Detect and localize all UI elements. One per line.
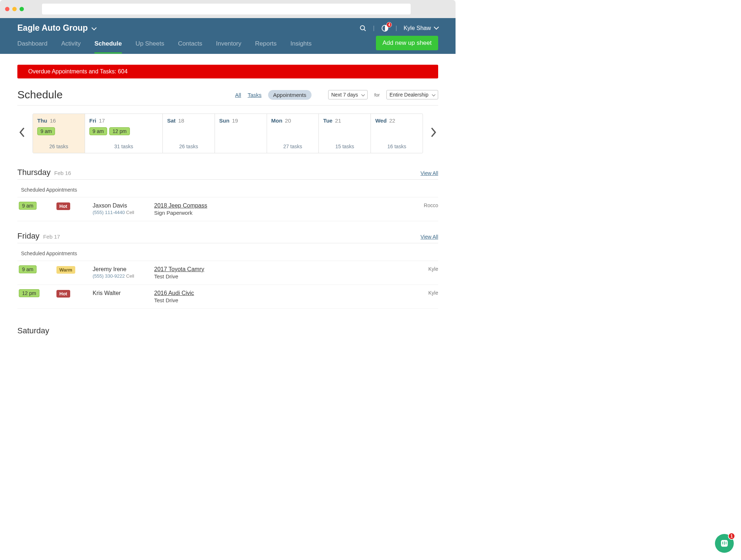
nav-inventory[interactable]: Inventory <box>216 37 241 54</box>
vehicle-link[interactable]: 2017 Toyota Camry <box>154 266 204 272</box>
view-all-link[interactable]: View All <box>420 170 438 176</box>
for-label: for <box>374 92 380 98</box>
overdue-banner[interactable]: Overdue Appointments and Tasks: 604 <box>17 65 438 78</box>
day-task-count <box>219 146 262 149</box>
week-prev-button[interactable] <box>17 127 27 140</box>
day-header: Mon 20 <box>271 117 314 124</box>
overdue-label: Overdue Appointments and Tasks: <box>28 68 116 74</box>
maximize-icon[interactable] <box>20 7 24 11</box>
customer-name: Jaxson Davis <box>93 202 147 209</box>
day-column[interactable]: Wed 2216 tasks <box>371 114 423 153</box>
svg-line-1 <box>364 29 365 31</box>
rep-name: Kyle <box>416 266 438 272</box>
add-up-sheet-button[interactable]: Add new up sheet <box>376 36 438 50</box>
scope-select[interactable]: Entire Dealership <box>386 90 438 99</box>
overdue-count: 604 <box>118 68 128 74</box>
week-navigator: Thu 169 am26 tasksFri 179 am12 pm31 task… <box>17 114 438 153</box>
heat-badge: Warm <box>56 266 75 274</box>
appointment-type: Sign Paperwork <box>154 210 409 216</box>
day-section: FridayFeb 17View AllScheduled Appointmen… <box>17 231 438 309</box>
view-all-link[interactable]: View All <box>420 234 438 240</box>
nav-contacts[interactable]: Contacts <box>178 37 202 54</box>
app-header: Eagle Auto Group | 4 | Kyle Shaw Dashboa… <box>0 18 456 54</box>
day-header: Sat 18 <box>167 117 210 124</box>
heat-badge: Hot <box>56 202 70 210</box>
main-content: Overdue Appointments and Tasks: 604 Sche… <box>0 54 456 346</box>
day-time-pills: 9 am12 pm <box>89 127 158 135</box>
search-icon[interactable] <box>359 25 367 32</box>
browser-chrome <box>0 0 456 18</box>
separator: | <box>395 25 397 31</box>
notification-badge: 4 <box>386 22 392 27</box>
appt-time-pill: 9 am <box>19 202 37 210</box>
day-task-count: 15 tasks <box>323 141 366 149</box>
day-column[interactable]: Sat 1826 tasks <box>163 114 215 153</box>
time-pill[interactable]: 9 am <box>89 127 107 135</box>
appointment-type: Test Drive <box>154 273 409 279</box>
customer-phone: (555) 330-9222 Cell <box>93 273 147 279</box>
customer-name: Jeremy Irene <box>93 266 147 273</box>
day-task-count: 27 tasks <box>271 141 314 149</box>
section-subheading: Scheduled Appointments <box>17 243 438 261</box>
nav-up-sheets[interactable]: Up Sheets <box>136 37 164 54</box>
appointment-row[interactable]: 9 amWarmJeremy Irene(555) 330-9222 Cell2… <box>17 261 438 285</box>
dealer-switcher[interactable]: Eagle Auto Group <box>17 23 96 33</box>
day-column[interactable]: Sun 19 <box>215 114 267 153</box>
url-bar[interactable] <box>42 4 411 14</box>
day-column[interactable]: Fri 179 am12 pm31 tasks <box>85 114 163 153</box>
page-header: Schedule All Tasks Appointments Next 7 d… <box>17 87 438 106</box>
day-section: ThursdayFeb 16View AllScheduled Appointm… <box>17 168 438 221</box>
day-date: Feb 17 <box>43 234 60 240</box>
day-header: Wed 22 <box>375 117 418 124</box>
main-nav: DashboardActivityScheduleUp SheetsContac… <box>17 37 312 54</box>
day-time-pills: 9 am <box>37 127 80 135</box>
day-name: Thursday <box>17 168 51 177</box>
day-column[interactable]: Tue 2115 tasks <box>319 114 371 153</box>
nav-dashboard[interactable]: Dashboard <box>17 37 47 54</box>
filter-tasks[interactable]: Tasks <box>247 92 261 98</box>
week-strip: Thu 169 am26 tasksFri 179 am12 pm31 task… <box>33 114 423 153</box>
appointment-row[interactable]: 9 amHotJaxson Davis(555) 111-4440 Cell20… <box>17 197 438 221</box>
vehicle-link[interactable]: 2016 Audi Civic <box>154 290 194 296</box>
day-date: Feb 16 <box>54 170 71 176</box>
day-task-count: 16 tasks <box>375 141 418 149</box>
day-task-count: 26 tasks <box>167 141 210 149</box>
dealer-name: Eagle Auto Group <box>17 23 88 33</box>
user-menu[interactable]: Kyle Shaw <box>403 25 438 31</box>
appt-time-pill: 9 am <box>19 265 37 273</box>
next-day-heading: Saturday <box>17 319 438 335</box>
day-name: Friday <box>17 231 39 241</box>
nav-insights[interactable]: Insights <box>291 37 312 54</box>
rep-name: Kyle <box>416 290 438 296</box>
customer-phone: (555) 111-4440 Cell <box>93 210 147 215</box>
time-pill[interactable]: 9 am <box>37 127 55 135</box>
day-header: Sun 19 <box>219 117 262 124</box>
appt-time-pill: 12 pm <box>19 289 39 297</box>
nav-schedule[interactable]: Schedule <box>94 37 122 54</box>
svg-point-0 <box>360 25 365 30</box>
time-pill[interactable]: 12 pm <box>109 127 130 135</box>
day-section-header: FridayFeb 17View All <box>17 231 438 243</box>
separator: | <box>373 25 374 31</box>
user-name-label: Kyle Shaw <box>403 25 431 31</box>
notifications-icon[interactable]: 4 <box>381 24 389 32</box>
section-subheading: Scheduled Appointments <box>17 180 438 197</box>
vehicle-link[interactable]: 2018 Jeep Compass <box>154 202 207 209</box>
range-select[interactable]: Next 7 days <box>328 90 368 99</box>
filter-all[interactable]: All <box>235 92 241 98</box>
day-task-count: 31 tasks <box>89 141 158 149</box>
nav-activity[interactable]: Activity <box>61 37 81 54</box>
day-header: Tue 21 <box>323 117 366 124</box>
window-controls <box>5 7 24 11</box>
day-header: Fri 17 <box>89 117 158 124</box>
filter-appointments[interactable]: Appointments <box>268 90 312 100</box>
week-next-button[interactable] <box>429 127 438 140</box>
minimize-icon[interactable] <box>12 7 17 11</box>
day-column[interactable]: Thu 169 am26 tasks <box>33 114 85 153</box>
day-column[interactable]: Mon 2027 tasks <box>267 114 319 153</box>
appointment-row[interactable]: 12 pmHotKris Walter2016 Audi CivicTest D… <box>17 285 438 309</box>
day-header: Thu 16 <box>37 117 80 124</box>
close-icon[interactable] <box>5 7 9 11</box>
filter-bar: All Tasks Appointments Next 7 days for E… <box>235 90 438 100</box>
nav-reports[interactable]: Reports <box>255 37 277 54</box>
